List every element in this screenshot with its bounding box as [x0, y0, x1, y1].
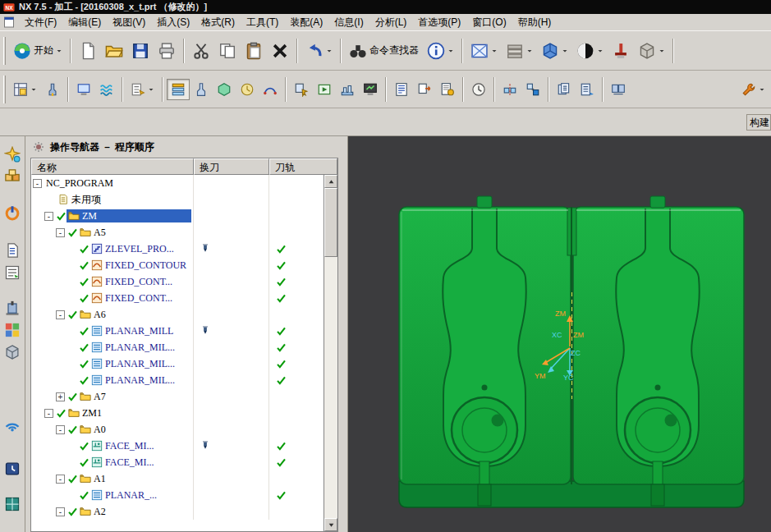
- tree-node[interactable]: PLANAR_...: [89, 488, 191, 502]
- collapse-toggle[interactable]: -: [56, 228, 65, 237]
- menu-edit[interactable]: 编辑(E): [62, 13, 107, 32]
- tree-node[interactable]: FIXED_CONTOUR: [89, 259, 191, 272]
- web-browser-button[interactable]: [2, 414, 23, 433]
- scroll-down-button[interactable]: [324, 518, 337, 531]
- batch-processing-button[interactable]: [607, 79, 630, 100]
- create-tool-button[interactable]: [41, 79, 64, 100]
- create-geometry-button[interactable]: [9, 79, 41, 100]
- rendering-style-button[interactable]: [572, 39, 608, 63]
- menu-analysis[interactable]: 分析(L): [369, 13, 413, 32]
- scroll-up-button[interactable]: [324, 175, 337, 188]
- panel-splitter[interactable]: [338, 136, 348, 532]
- orient-view-button[interactable]: [537, 39, 572, 63]
- tree-node[interactable]: FIXED_CONT...: [89, 291, 191, 305]
- tree-row-10[interactable]: PLANAR_MIL...: [31, 339, 324, 355]
- undo-button[interactable]: [301, 39, 337, 63]
- tree-row-14[interactable]: -ZM1: [31, 405, 324, 421]
- verify-toolpath-button[interactable]: [336, 79, 359, 100]
- cut-button[interactable]: [188, 39, 214, 63]
- menu-view[interactable]: 视图(V): [107, 13, 151, 32]
- tree-node[interactable]: A6: [78, 308, 191, 321]
- print-button[interactable]: [154, 39, 180, 63]
- collapse-toggle[interactable]: -: [33, 179, 42, 188]
- create-operation-button[interactable]: [126, 79, 158, 100]
- tree-node[interactable]: ZM1: [67, 406, 191, 420]
- menu-window-icon[interactable]: [2, 16, 16, 29]
- menu-window[interactable]: 窗口(O): [466, 13, 512, 32]
- command-finder-button[interactable]: 命令查找器: [345, 39, 423, 63]
- simulate-machine-button[interactable]: [359, 79, 382, 100]
- tree-row-11[interactable]: PLANAR_MIL...: [31, 355, 324, 372]
- tree-node[interactable]: PLANAR_MIL...: [89, 341, 191, 354]
- generate-toolpath-button[interactable]: [290, 79, 313, 100]
- tree-row-20[interactable]: -A2: [31, 503, 324, 520]
- tree-node[interactable]: NC_PROGRAM: [44, 177, 191, 190]
- collapse-toggle[interactable]: -: [56, 425, 65, 434]
- datum-display-button[interactable]: [608, 39, 634, 63]
- tree-node[interactable]: FACE_MI...: [89, 456, 191, 469]
- list-toolpath-button[interactable]: [390, 79, 413, 100]
- collapse-toggle[interactable]: -: [44, 409, 53, 418]
- tree-row-6[interactable]: FIXED_CONT...: [31, 273, 324, 290]
- collapse-toggle[interactable]: -: [56, 310, 65, 319]
- paste-button[interactable]: [241, 39, 267, 63]
- machine-tool-navigator-button[interactable]: [2, 298, 23, 318]
- menu-assemblies[interactable]: 装配(A): [284, 13, 328, 32]
- scroll-track[interactable]: [324, 257, 337, 518]
- history-button[interactable]: [2, 459, 23, 479]
- new-file-button[interactable]: [75, 39, 101, 63]
- method-view-button[interactable]: [236, 79, 259, 100]
- column-header-1[interactable]: 换刀: [194, 158, 269, 175]
- tree-row-12[interactable]: PLANAR_MIL...: [31, 372, 324, 388]
- tree-node[interactable]: PLANAR_MILL: [89, 324, 191, 337]
- tree-row-13[interactable]: +A7: [31, 388, 324, 405]
- menu-format[interactable]: 格式(R): [195, 13, 241, 32]
- tree-node[interactable]: ZLEVEL_PRO...: [89, 242, 191, 255]
- tree-node[interactable]: A0: [78, 423, 191, 436]
- create-workpiece-button[interactable]: [95, 79, 118, 100]
- tree-row-5[interactable]: FIXED_CONTOUR: [31, 257, 324, 273]
- column-header-0[interactable]: 名称: [31, 158, 194, 175]
- save-file-button[interactable]: [127, 39, 154, 63]
- constraint-navigator-button[interactable]: [2, 204, 23, 223]
- toolbar-grip[interactable]: [3, 76, 6, 103]
- tree-row-19[interactable]: PLANAR_...: [31, 487, 324, 503]
- shop-documentation-button[interactable]: [436, 79, 459, 100]
- collapse-toggle[interactable]: -: [44, 212, 53, 221]
- palettes-button[interactable]: [2, 494, 23, 514]
- postprocess-button[interactable]: [413, 79, 436, 100]
- tree-row-0[interactable]: -NC_PROGRAM: [31, 175, 324, 191]
- tree-node[interactable]: A2: [78, 505, 191, 518]
- tree-node[interactable]: PLANAR_MIL...: [89, 374, 191, 387]
- tree-row-18[interactable]: -A1: [31, 470, 324, 487]
- tree-node[interactable]: A7: [78, 390, 191, 403]
- copy-button[interactable]: [214, 39, 241, 63]
- open-file-button[interactable]: [101, 39, 127, 63]
- build-toolbar-stub[interactable]: 构建: [746, 114, 771, 131]
- customize-button[interactable]: [737, 79, 769, 100]
- synchronize-button[interactable]: [467, 79, 490, 100]
- tree-row-7[interactable]: FIXED_CONT...: [31, 290, 324, 306]
- start-button[interactable]: 开始: [9, 39, 67, 63]
- tree-row-16[interactable]: FACE_MI...: [31, 438, 324, 454]
- menu-help[interactable]: 帮助(H): [512, 13, 558, 32]
- tree-row-2[interactable]: -ZM: [31, 208, 324, 224]
- toolpath-view-button[interactable]: [259, 79, 282, 100]
- assembly-navigator-button[interactable]: [2, 167, 23, 186]
- tree-row-3[interactable]: -A5: [31, 224, 324, 241]
- tree-row-17[interactable]: FACE_MI...: [31, 454, 324, 470]
- collapse-toggle[interactable]: -: [56, 475, 65, 484]
- scroll-thumb[interactable]: [324, 188, 337, 257]
- roles-button[interactable]: [2, 144, 23, 164]
- divide-toolpath-button[interactable]: [498, 79, 521, 100]
- tree-row-1[interactable]: 未用项: [31, 191, 324, 208]
- column-header-2[interactable]: 刀轨: [269, 158, 337, 175]
- part-navigator-button[interactable]: [2, 241, 23, 260]
- tree-node[interactable]: PLANAR_MIL...: [89, 357, 191, 370]
- reuse-library-button[interactable]: [2, 320, 23, 340]
- navigator-scrollbar[interactable]: [324, 175, 337, 531]
- object-information-button[interactable]: [553, 79, 576, 100]
- information-window-button[interactable]: [423, 39, 458, 63]
- selected-node[interactable]: ZM: [67, 209, 191, 222]
- menu-information[interactable]: 信息(I): [328, 13, 369, 32]
